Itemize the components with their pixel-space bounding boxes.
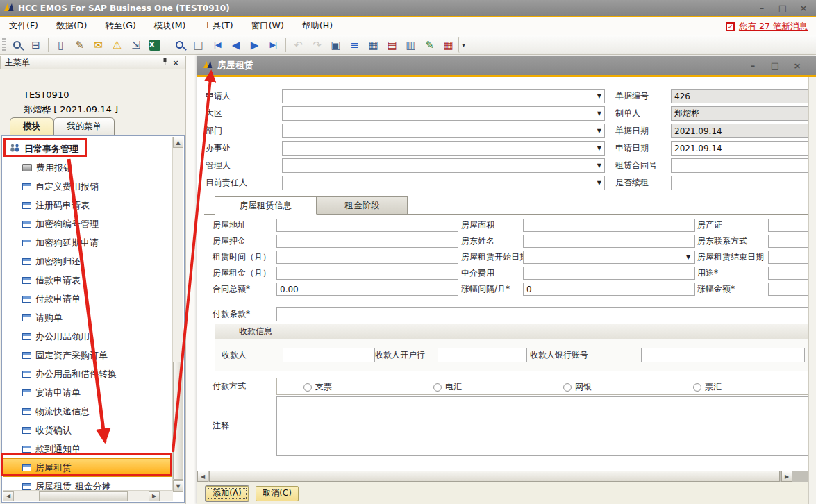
calendar-icon[interactable]: ▦: [440, 37, 457, 53]
scroll-down-icon[interactable]: ▼: [173, 480, 183, 492]
sidebar-item-7[interactable]: 借款申请表: [3, 271, 172, 289]
export-icon[interactable]: ⇲: [127, 37, 144, 53]
query-settings-icon[interactable]: ▥: [402, 37, 419, 53]
remarks-textarea[interactable]: [276, 396, 808, 456]
warning-icon[interactable]: ⚠: [108, 37, 126, 53]
sidebar-item-17[interactable]: 房屋租赁: [3, 458, 172, 477]
sidebar-item-5[interactable]: 加密狗延期申请: [3, 233, 172, 252]
collection-field-2[interactable]: [641, 348, 805, 362]
menu-item-3[interactable]: 模块(M): [145, 20, 195, 32]
sidebar-item-12[interactable]: 办公用品和借件转换: [3, 364, 172, 383]
doc-field-5[interactable]: [671, 176, 810, 190]
scroll-up-icon[interactable]: ▲: [173, 137, 183, 148]
menu-item-5[interactable]: 窗口(W): [242, 20, 293, 32]
grid-field-1-1[interactable]: [523, 235, 695, 248]
menu-item-2[interactable]: 转至(G): [96, 20, 144, 32]
collection-field-1[interactable]: [438, 348, 527, 362]
edit-report-icon[interactable]: ✎: [71, 37, 88, 53]
menu-item-4[interactable]: 工具(T): [194, 20, 242, 32]
sidebar-item-6[interactable]: 加密狗归还: [3, 252, 172, 271]
radio-3[interactable]: 票汇: [693, 381, 722, 393]
dialog-maximize-icon[interactable]: □: [769, 60, 781, 71]
menu-item-0[interactable]: 文件(F): [0, 20, 47, 32]
scroll-thumb[interactable]: [39, 491, 128, 501]
grid-field-4-0[interactable]: [276, 283, 458, 296]
sidebar-item-0[interactable]: 日常事务管理: [3, 140, 172, 158]
menu-item-1[interactable]: 数据(D): [47, 20, 96, 32]
scroll-left-icon[interactable]: ◀: [197, 471, 208, 482]
close-icon[interactable]: ×: [798, 3, 809, 13]
sidebar-item-14[interactable]: 物流快递信息: [3, 402, 172, 421]
payment-terms-input[interactable]: [276, 307, 808, 321]
sidebar-item-9[interactable]: 请购单: [3, 308, 172, 327]
sidebar-item-3[interactable]: 注册码申请表: [3, 196, 172, 215]
radio-2[interactable]: 网银: [563, 381, 592, 393]
print-icon[interactable]: ⊟: [27, 37, 44, 53]
report-icon[interactable]: ▤: [383, 37, 401, 53]
grid-field-0-0[interactable]: [276, 219, 458, 232]
doc-field-3[interactable]: [671, 141, 810, 156]
sidebar-item-11[interactable]: 固定资产采购订单: [3, 346, 172, 364]
sidebar-item-13[interactable]: 宴请申请单: [3, 383, 172, 402]
menu-item-6[interactable]: 帮助(H): [293, 20, 342, 32]
grid-field-4-1[interactable]: [523, 283, 695, 296]
dialog-right-clip: [808, 77, 816, 504]
messages-link[interactable]: 您有 27 笔新消息: [739, 21, 808, 33]
toolbar-overflow-button[interactable]: ▾: [458, 37, 468, 53]
radio-1[interactable]: 电汇: [433, 381, 462, 393]
scroll-thumb[interactable]: [173, 362, 183, 480]
collection-field-0[interactable]: [283, 348, 375, 362]
field-label: 是否续租: [615, 176, 649, 190]
grid-field-2-0[interactable]: [276, 251, 458, 264]
dialog-close-icon[interactable]: ×: [792, 60, 803, 71]
tab-rent-stage[interactable]: 租金阶段: [317, 196, 408, 215]
nav-next-icon[interactable]: ▶: [246, 37, 263, 53]
new-document-icon[interactable]: □: [190, 37, 207, 53]
dialog-horizontal-scrollbar[interactable]: ◀ ▶: [197, 471, 808, 482]
scroll-thumb[interactable]: [209, 471, 780, 482]
minimize-icon[interactable]: –: [756, 3, 767, 13]
pin-icon[interactable]: [159, 58, 170, 68]
maximize-icon[interactable]: □: [777, 3, 788, 13]
sidebar-item-2[interactable]: 自定义费用报销: [3, 177, 172, 196]
nav-prev-icon[interactable]: ◀: [227, 37, 244, 53]
tab-rental-info[interactable]: 房屋租赁信息: [215, 196, 317, 215]
sidebar-close-icon[interactable]: ×: [170, 58, 181, 67]
sidebar-item-8[interactable]: 付款申请单: [3, 289, 172, 308]
scroll-left-icon[interactable]: ◀: [3, 491, 14, 501]
dialog-minimize-icon[interactable]: –: [747, 60, 758, 71]
new-messages[interactable]: ✓ 您有 27 笔新消息: [726, 17, 808, 35]
scroll-right-icon[interactable]: ▶: [149, 491, 160, 501]
add-button[interactable]: 添加(A): [206, 486, 249, 501]
sidebar-vertical-scrollbar[interactable]: ▲ ▼: [172, 137, 183, 492]
find-icon[interactable]: [171, 37, 188, 53]
cancel-button[interactable]: 取消(C): [256, 486, 299, 501]
radio-0[interactable]: 支票: [303, 381, 332, 393]
excel-icon[interactable]: X: [146, 37, 163, 53]
table-icon[interactable]: ▦: [365, 37, 382, 53]
sidebar-horizontal-scrollbar[interactable]: ◀ ▶: [3, 490, 173, 501]
grid-field-3-0[interactable]: [276, 267, 458, 280]
nav-first-icon[interactable]: |◀: [208, 37, 226, 53]
tab-modules[interactable]: 模块: [10, 117, 53, 135]
print-preview-icon[interactable]: [8, 37, 26, 53]
doc-field-4[interactable]: [671, 158, 810, 173]
nav-last-icon[interactable]: ▶|: [265, 37, 282, 53]
chevron-down-icon[interactable]: ▼: [686, 254, 690, 260]
grid-field-1-0[interactable]: [276, 235, 458, 248]
grid-field-0-1[interactable]: [523, 219, 695, 232]
sidebar-item-4[interactable]: 加密狗编号管理: [3, 215, 172, 233]
tab-my-menu[interactable]: 我的菜单: [53, 117, 115, 135]
sidebar-item-15[interactable]: 收货确认: [3, 421, 172, 439]
sidebar-item-1[interactable]: 费用报销: [3, 158, 172, 177]
sidebar-item-16[interactable]: 款到通知单: [3, 439, 172, 458]
window-layout-icon[interactable]: ▣: [327, 37, 344, 53]
pda-icon[interactable]: ▯: [52, 37, 69, 53]
mail-icon[interactable]: ✉: [90, 37, 107, 53]
list-icon[interactable]: ≡: [346, 37, 363, 53]
grid-field-2-1[interactable]: [523, 251, 695, 264]
sidebar-item-10[interactable]: 办公用品领用: [3, 327, 172, 346]
grid-field-3-1[interactable]: [523, 267, 695, 280]
scroll-right-icon[interactable]: ▶: [781, 471, 792, 482]
chart-edit-icon[interactable]: ✎: [421, 37, 438, 53]
